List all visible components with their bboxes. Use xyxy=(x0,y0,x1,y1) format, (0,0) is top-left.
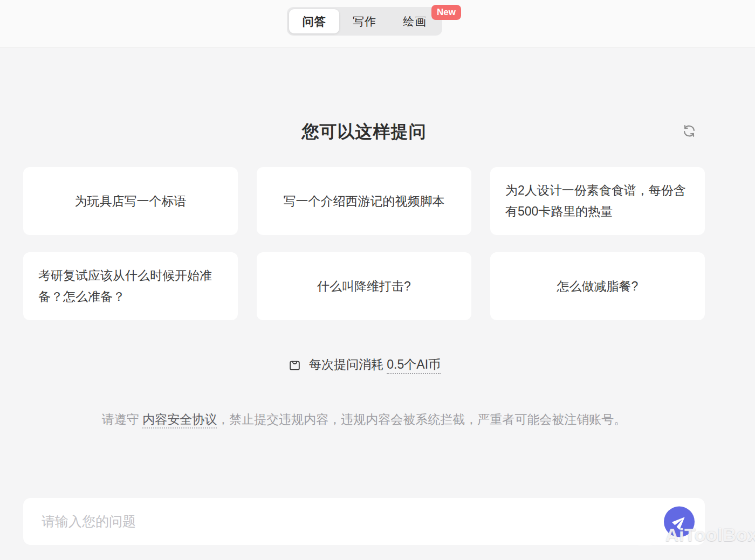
main-content: 您可以这样提问 为玩具店写一个标语 写一个介绍西游记的视频脚本 为2人设计一份素… xyxy=(23,47,705,545)
cost-info-row: 每次提问消耗 0.5个AI币 xyxy=(23,356,705,373)
refresh-icon xyxy=(682,123,697,140)
cost-amount-link[interactable]: 0.5个AI币 xyxy=(387,357,441,374)
suggestion-card[interactable]: 为2人设计一份素食食谱，每份含有500卡路里的热量 xyxy=(490,167,705,235)
shopping-bag-icon xyxy=(287,357,302,372)
notice-suffix: ，禁止提交违规内容，违规内容会被系统拦截，严重者可能会被注销账号。 xyxy=(217,412,626,426)
tab-writing[interactable]: 写作 xyxy=(339,9,389,33)
suggestion-card-grid: 为玩具店写一个标语 写一个介绍西游记的视频脚本 为2人设计一份素食食谱，每份含有… xyxy=(23,167,705,320)
top-tab-bar: 问答 写作 绘画 New xyxy=(0,0,755,47)
content-policy-link[interactable]: 内容安全协议 xyxy=(142,412,217,428)
mode-segmented-control: 问答 写作 绘画 New xyxy=(287,7,442,36)
question-composer xyxy=(23,498,705,545)
new-badge: New xyxy=(431,5,461,20)
question-input[interactable] xyxy=(23,498,705,545)
tab-qa[interactable]: 问答 xyxy=(289,9,339,33)
page-title: 您可以这样提问 xyxy=(23,120,705,143)
suggestions-header: 您可以这样提问 xyxy=(23,120,705,143)
cost-text: 每次提问消耗 0.5个AI币 xyxy=(309,356,441,373)
suggestion-card[interactable]: 考研复试应该从什么时候开始准备？怎么准备？ xyxy=(23,252,238,320)
content-policy-notice: 请遵守 内容安全协议，禁止提交违规内容，违规内容会被系统拦截，严重者可能会被注销… xyxy=(23,411,705,428)
suggestion-card[interactable]: 怎么做减脂餐? xyxy=(490,252,705,320)
refresh-suggestions-button[interactable] xyxy=(680,122,698,141)
notice-prefix: 请遵守 xyxy=(102,412,142,426)
suggestion-card[interactable]: 什么叫降维打击? xyxy=(257,252,471,320)
send-button[interactable] xyxy=(664,506,695,537)
cost-prefix: 每次提问消耗 xyxy=(309,357,387,371)
suggestion-card[interactable]: 写一个介绍西游记的视频脚本 xyxy=(257,167,471,235)
paper-plane-icon xyxy=(672,514,687,529)
suggestion-card[interactable]: 为玩具店写一个标语 xyxy=(23,167,238,235)
